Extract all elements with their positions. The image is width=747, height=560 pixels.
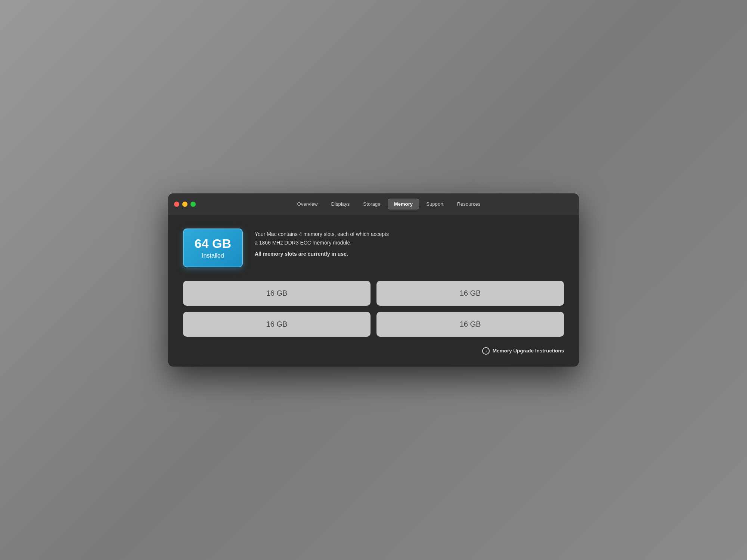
- memory-slots-grid: 16 GB 16 GB 16 GB 16 GB: [183, 281, 564, 337]
- tab-overview[interactable]: Overview: [291, 199, 324, 209]
- memory-installed-label: Installed: [194, 252, 232, 259]
- close-button[interactable]: [174, 202, 179, 207]
- tab-support[interactable]: Support: [420, 199, 450, 209]
- arrow-circle-icon: →: [482, 347, 490, 355]
- tab-storage[interactable]: Storage: [357, 199, 387, 209]
- system-info-window: Overview Displays Storage Memory Support…: [168, 193, 579, 366]
- tab-displays[interactable]: Displays: [325, 199, 356, 209]
- memory-description: Your Mac contains 4 memory slots, each o…: [255, 228, 564, 261]
- maximize-button[interactable]: [190, 202, 196, 207]
- tab-bar: Overview Displays Storage Memory Support…: [205, 199, 573, 209]
- memory-slot-4: 16 GB: [376, 312, 564, 337]
- slots-status-text: All memory slots are currently in use.: [255, 250, 564, 258]
- traffic-lights: [174, 202, 196, 207]
- memory-slot-3: 16 GB: [183, 312, 371, 337]
- tab-memory[interactable]: Memory: [388, 199, 419, 209]
- memory-summary: 64 GB Installed Your Mac contains 4 memo…: [183, 228, 564, 267]
- minimize-button[interactable]: [182, 202, 187, 207]
- memory-size: 64 GB: [194, 237, 232, 251]
- memory-upgrade-link[interactable]: → Memory Upgrade Instructions: [482, 347, 564, 355]
- upgrade-link-label: Memory Upgrade Instructions: [493, 348, 564, 354]
- tab-resources[interactable]: Resources: [450, 199, 487, 209]
- memory-description-line1: Your Mac contains 4 memory slots, each o…: [255, 230, 564, 247]
- memory-slot-2: 16 GB: [376, 281, 564, 306]
- footer: → Memory Upgrade Instructions: [183, 347, 564, 355]
- titlebar: Overview Displays Storage Memory Support…: [168, 193, 579, 215]
- memory-badge: 64 GB Installed: [183, 228, 243, 267]
- memory-slot-1: 16 GB: [183, 281, 371, 306]
- memory-panel: 64 GB Installed Your Mac contains 4 memo…: [168, 215, 579, 366]
